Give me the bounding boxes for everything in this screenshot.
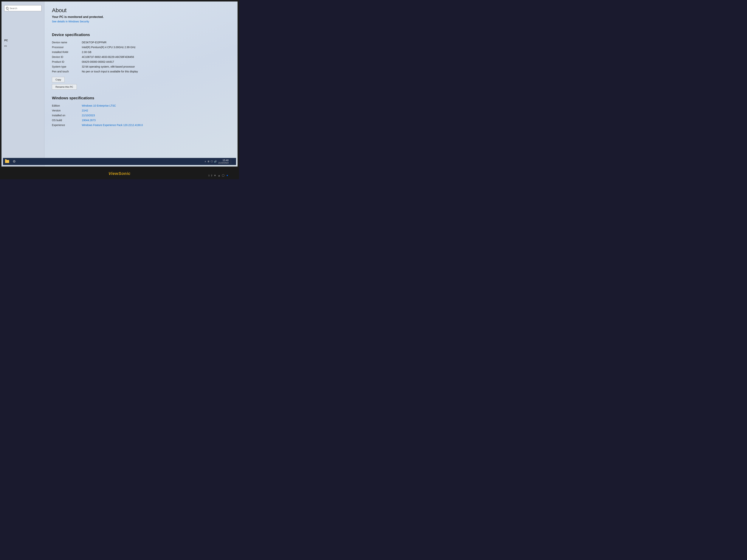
monitor-triangle-down[interactable]: ▼ — [214, 174, 216, 177]
taskbar-folder-icon[interactable] — [4, 159, 10, 164]
taskbar: ⚙ ∧ 🖥 🖵 🔊 15:40 21/10/2023 — [3, 158, 236, 165]
table-row: EditionWindows 10 Enterprise LTSC — [52, 103, 230, 108]
spec-value: 19044.2673 — [82, 118, 230, 123]
search-icon — [6, 7, 8, 9]
copy-button[interactable]: Copy — [52, 77, 65, 82]
clock-time: 15:40 — [218, 159, 229, 162]
device-specs-title: Device specifications — [52, 33, 230, 37]
spec-value: DESKTOP-EI2PFMR — [82, 40, 230, 45]
spec-label: Device ID — [52, 54, 82, 59]
monitor-power-button[interactable] — [222, 174, 225, 177]
spec-value: Windows Feature Experience Pack 120.2212… — [82, 123, 230, 128]
table-row: Version21H2 — [52, 108, 230, 113]
sidebar: PC es — [1, 1, 45, 166]
main-content: About Your PC is monitored and protected… — [45, 1, 237, 166]
spec-value: 2.00 GB — [82, 50, 230, 54]
sidebar-label-es: es — [4, 45, 7, 47]
table-row: Installed on21/10/2023 — [52, 113, 230, 118]
table-row: Installed RAM2.00 GB — [52, 50, 230, 54]
clock[interactable]: 15:40 21/10/2023 — [218, 159, 229, 164]
table-row: Device ID4C10871F-6692-4833-B229-A6C58F4… — [52, 54, 230, 59]
viewsonic-brand: ViewSonic — [108, 171, 131, 176]
spec-label: System type — [52, 64, 82, 69]
clock-date: 21/10/2023 — [218, 162, 229, 164]
table-row: Pen and touchNo pen or touch input is av… — [52, 69, 230, 74]
taskbar-settings-icon[interactable]: ⚙ — [11, 159, 17, 164]
table-row: Product ID00425-00000-00002-AA917 — [52, 59, 230, 64]
monitor-num-1: 1 — [208, 175, 209, 177]
volume-icon[interactable]: 🔊 — [214, 160, 217, 163]
table-row: ProcessorIntel(R) Pentium(R) 4 CPU 3.00G… — [52, 45, 230, 50]
table-row: ExperienceWindows Feature Experience Pac… — [52, 123, 230, 128]
spec-label: Version — [52, 108, 82, 113]
windows-specs-table: EditionWindows 10 Enterprise LTSCVersion… — [52, 103, 230, 128]
table-row: System type32-bit operating system, x86-… — [52, 64, 230, 69]
spec-label: Experience — [52, 123, 82, 128]
windows-specs-title: Windows specifications — [52, 96, 230, 100]
spec-label: Processor — [52, 45, 82, 50]
desktop-icon[interactable]: 🖵 — [211, 160, 213, 163]
spec-value: No pen or touch input is available for t… — [82, 69, 230, 74]
table-row: OS build19044.2673 — [52, 118, 230, 123]
monitor-bezel: — ❐ PC es About Your PC is monitored and… — [0, 0, 239, 168]
folder-icon-shape — [5, 160, 9, 163]
spec-label: Pen and touch — [52, 69, 82, 74]
spec-value: Intel(R) Pentium(R) 4 CPU 3.00GHz 2.99 G… — [82, 45, 230, 50]
device-specs-table: Device nameDESKTOP-EI2PFMRProcessorIntel… — [52, 40, 230, 74]
show-desktop-button[interactable] — [231, 159, 235, 164]
screen: — ❐ PC es About Your PC is monitored and… — [1, 1, 237, 166]
system-tray: ∧ 🖥 🖵 🔊 — [205, 160, 217, 163]
monitor-triangle-up[interactable]: ▲ — [218, 174, 221, 177]
table-row: Device nameDESKTOP-EI2PFMR — [52, 40, 230, 45]
rename-pc-button[interactable]: Rename this PC — [52, 84, 77, 89]
protection-status: Your PC is monitored and protected. — [52, 15, 230, 19]
monitor-controls: 1 2 ▼ ▲ — [208, 174, 228, 177]
monitor-power-indicator — [227, 175, 228, 176]
search-box[interactable] — [4, 5, 42, 11]
chevron-up-icon[interactable]: ∧ — [205, 160, 206, 163]
network-icon[interactable]: 🖥 — [207, 160, 209, 163]
taskbar-right: ∧ 🖥 🖵 🔊 15:40 21/10/2023 — [205, 159, 235, 164]
spec-label: Edition — [52, 103, 82, 108]
monitor-num-2: 2 — [211, 175, 212, 177]
spec-value: 21H2 — [82, 108, 230, 113]
spec-value: 00425-00000-00002-AA917 — [82, 59, 230, 64]
spec-label: Installed on — [52, 113, 82, 118]
gear-icon: ⚙ — [13, 159, 16, 163]
spec-label: Device name — [52, 40, 82, 45]
spec-value: 21/10/2023 — [82, 113, 230, 118]
sidebar-label-pc: PC — [4, 39, 8, 42]
page-title: About — [52, 7, 230, 14]
spec-value: 32-bit operating system, x86-based proce… — [82, 64, 230, 69]
spec-value: Windows 10 Enterprise LTSC — [82, 103, 230, 108]
spec-label: OS build — [52, 118, 82, 123]
spec-label: Product ID — [52, 59, 82, 64]
spec-label: Installed RAM — [52, 50, 82, 54]
search-input[interactable] — [9, 7, 40, 10]
security-link[interactable]: See details in Windows Security — [52, 20, 89, 23]
spec-value: 4C10871F-6692-4833-B229-A6C58F4D8456 — [82, 54, 230, 59]
monitor-bottom: ViewSonic 1 2 ▼ ▲ — [0, 168, 239, 179]
